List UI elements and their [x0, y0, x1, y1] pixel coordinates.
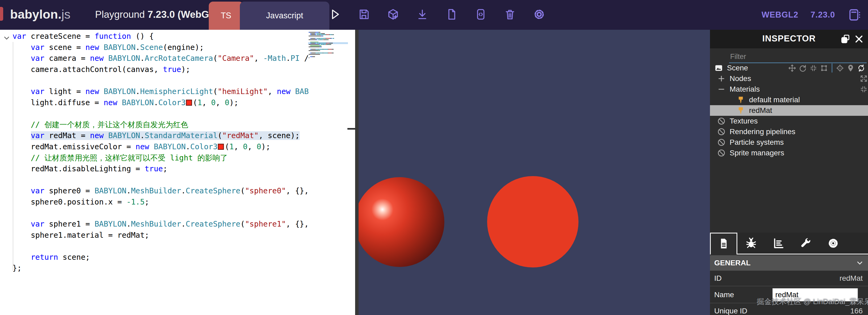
settings-gear-icon[interactable]: [533, 8, 546, 21]
close-icon[interactable]: [853, 33, 865, 45]
image-icon[interactable]: [714, 63, 723, 72]
code-line[interactable]: redMat.disableLighting = true;: [12, 163, 308, 175]
plus-icon[interactable]: [717, 74, 726, 83]
popup-icon[interactable]: [840, 33, 851, 45]
expand-icon[interactable]: [860, 74, 868, 83]
move-gizmo-icon[interactable]: [788, 64, 796, 72]
property-row-id: ID redMat: [710, 271, 868, 286]
code-line[interactable]: return scene;: [12, 252, 308, 263]
slash-circle-icon[interactable]: [717, 117, 726, 126]
paintbrush-icon[interactable]: [736, 95, 745, 104]
stats-icon: [772, 237, 784, 250]
code-area[interactable]: var createScene = function () { var scen…: [12, 31, 308, 274]
tree-item-scene[interactable]: Scene: [710, 63, 868, 73]
new-file-icon[interactable]: [445, 8, 458, 21]
filter-input[interactable]: [729, 52, 867, 63]
code-line[interactable]: var scene = new BABYLON.Scene(engine);: [12, 42, 308, 53]
tree-item-nodes[interactable]: Nodes: [710, 73, 868, 84]
general-section-header[interactable]: GENERAL: [710, 255, 868, 271]
rotate-gizmo-icon[interactable]: [799, 64, 807, 72]
code-line[interactable]: [12, 75, 308, 86]
chevron-down-icon: [855, 258, 864, 267]
version-badge: 7.23.0: [811, 10, 835, 20]
tree-item-textures[interactable]: Textures: [710, 116, 868, 126]
property-tab-strip: [710, 233, 868, 254]
slash-circle-icon[interactable]: [717, 127, 726, 136]
watermark: 掘金技术社区 @ LinDaiDai_霖呆呆: [757, 297, 868, 307]
scene-explorer-tree: SceneNodesMaterialsdefault materialredMa…: [710, 63, 868, 158]
tree-item-rendering-pipelines[interactable]: Rendering pipelines: [710, 126, 868, 137]
property-tab-wrench[interactable]: [792, 233, 819, 254]
play-icon[interactable]: [328, 8, 341, 21]
color3-swatch-icon[interactable]: [218, 144, 224, 150]
babylon-logo-mark: [0, 7, 3, 21]
refresh-icon[interactable]: [857, 64, 865, 72]
code-line[interactable]: // 创建一个材质，并让这个材质自发光为红色: [12, 119, 308, 130]
code-line[interactable]: sphere1.material = redMat;: [12, 230, 308, 241]
code-line[interactable]: [12, 208, 308, 219]
tab-typescript[interactable]: TS: [209, 2, 243, 30]
embed-code-icon[interactable]: [474, 8, 487, 21]
filter-field: [729, 52, 867, 63]
bounding-box-icon[interactable]: [820, 64, 828, 72]
fold-chevron-icon[interactable]: [2, 33, 11, 42]
tree-item-particle-systems[interactable]: Particle systems: [710, 137, 868, 148]
code-line[interactable]: var camera = new BABYLON.ArcRotateCamera…: [12, 53, 308, 64]
tree-item-default-material[interactable]: default material: [710, 95, 868, 105]
code-line[interactable]: var sphere1 = BABYLON.MeshBuilder.Create…: [12, 219, 308, 230]
code-line[interactable]: sphere0.position.x = -1.5;: [12, 196, 308, 208]
property-tab-file-text[interactable]: [710, 233, 737, 254]
picker-icon[interactable]: [836, 64, 844, 72]
slash-circle-icon[interactable]: [717, 149, 726, 158]
id-label: ID: [714, 274, 722, 283]
export-mesh-icon[interactable]: [387, 8, 400, 21]
location-icon[interactable]: [846, 64, 855, 72]
sphere1-emissive: [487, 176, 579, 267]
minimap[interactable]: [309, 32, 347, 59]
babylon-logo[interactable]: babylon.js: [10, 7, 70, 22]
code-line[interactable]: [12, 241, 308, 252]
tree-item-materials[interactable]: Materials: [710, 84, 868, 95]
collapse-icon[interactable]: [860, 85, 868, 94]
unique-id-label: Unique ID: [714, 307, 747, 315]
general-section-title: GENERAL: [714, 259, 751, 267]
render-canvas[interactable]: [359, 30, 710, 315]
code-line[interactable]: var redMat = new BABYLON.StandardMateria…: [12, 130, 308, 141]
tree-item-label: Sprite managers: [730, 149, 784, 157]
code-line[interactable]: };: [12, 263, 308, 274]
code-line[interactable]: var createScene = function () {: [12, 31, 308, 42]
property-tab-gear-filled[interactable]: [819, 233, 847, 254]
code-line[interactable]: // 让材质禁用光照，这样它就可以不受 light 的影响了: [12, 153, 308, 164]
property-tab-stats[interactable]: [765, 233, 792, 254]
top-bar: babylon.js Playground 7.23.0 (WebGL2) TS…: [0, 0, 868, 30]
tree-item-sprite-managers[interactable]: Sprite managers: [710, 148, 868, 158]
toolbar-separator: [832, 63, 832, 72]
paintbrush-icon[interactable]: [736, 106, 745, 115]
tree-item-redmat[interactable]: redMat: [710, 105, 868, 116]
code-line[interactable]: [12, 175, 308, 186]
docs-icon[interactable]: [847, 7, 862, 23]
code-line[interactable]: redMat.emissiveColor = new BABYLON.Color…: [12, 141, 308, 153]
property-tab-bug[interactable]: [737, 233, 765, 254]
tree-item-label: Materials: [730, 85, 760, 94]
tab-javascript[interactable]: Javascript: [240, 2, 329, 30]
code-line[interactable]: [12, 108, 308, 119]
slash-circle-icon[interactable]: [717, 138, 726, 147]
code-line[interactable]: light.diffuse = new BABYLON.Color3(1, 0,…: [12, 97, 308, 108]
code-line[interactable]: var light = new BABYLON.HemisphericLight…: [12, 86, 308, 97]
minus-icon[interactable]: [717, 85, 726, 94]
splitter-handle[interactable]: [347, 128, 355, 130]
scale-gizmo-icon[interactable]: [809, 64, 817, 72]
editor-canvas-splitter[interactable]: [355, 30, 359, 315]
tree-item-label: Scene: [727, 64, 748, 72]
code-editor[interactable]: var createScene = function () { var scen…: [0, 30, 355, 315]
file-text-icon: [718, 238, 730, 250]
code-line[interactable]: var sphere0 = BABYLON.MeshBuilder.Create…: [12, 185, 308, 196]
download-icon[interactable]: [416, 8, 429, 21]
color3-swatch-icon[interactable]: [186, 100, 192, 106]
delete-icon[interactable]: [504, 8, 516, 21]
save-icon[interactable]: [358, 8, 370, 21]
code-line[interactable]: camera.attachControl(canvas, true);: [12, 64, 308, 75]
inspector-header: INSPECTOR: [710, 30, 868, 48]
inspector-panel: INSPECTOR SceneNodesMaterialsdefault mat…: [710, 30, 868, 315]
